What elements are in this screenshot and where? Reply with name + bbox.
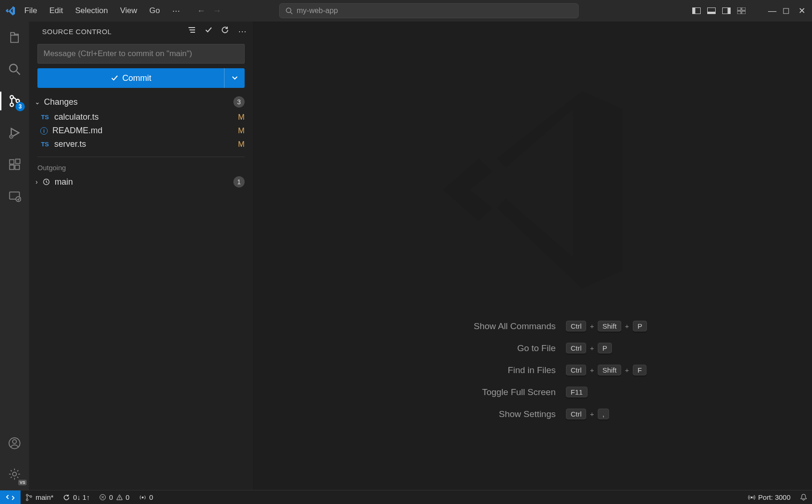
search-placeholder: my-web-app [297,7,338,15]
svg-point-13 [10,65,17,72]
shortcut-row: Go to FileCtrl+P [397,343,669,353]
activity-extensions-icon[interactable] [5,155,24,174]
svg-rect-5 [708,12,716,14]
key-cap: , [598,409,609,419]
shortcut-label: Show All Commands [397,321,556,331]
svg-point-38 [119,498,119,499]
status-branch[interactable]: main* [21,490,58,504]
svg-rect-10 [737,11,741,14]
activity-account-icon[interactable] [5,434,24,453]
svg-line-14 [17,72,20,75]
shortcut-row: Find in FilesCtrl+Shift+F [397,365,669,375]
modified-indicator: M [238,113,245,122]
chevron-right-icon: › [36,178,38,186]
ts-file-icon: TS [40,141,50,148]
status-port-forward[interactable]: Port: 3000 [743,493,795,501]
menu-go[interactable]: Go [145,4,165,17]
key-cap: Ctrl [566,365,586,375]
close-icon[interactable]: ✕ [796,6,808,16]
svg-rect-11 [742,11,746,14]
changed-file[interactable]: TS server.ts M [29,137,253,151]
commit-check-icon[interactable] [204,26,213,36]
sync-icon [63,494,70,501]
activity-settings-icon[interactable]: VS [5,465,24,483]
key-cap: Shift [598,321,621,331]
status-bar: main* 0↓ 1↑ 0 0 0 Port: 3000 [0,490,812,504]
svg-rect-7 [728,8,731,14]
shortcut-row: Show All CommandsCtrl+Shift+P [397,321,669,331]
more-actions-icon[interactable]: ⋯ [238,26,246,36]
layout-bottom-icon[interactable] [707,7,716,14]
svg-rect-22 [15,165,19,169]
outgoing-count-badge: 1 [233,176,245,187]
menu-more-icon[interactable]: ⋯ [167,4,185,18]
key-cap: P [633,321,647,331]
scm-badge: 3 [15,102,25,111]
changed-file[interactable]: TS calculator.ts M [29,110,253,124]
svg-rect-23 [15,159,20,163]
remote-indicator-icon[interactable] [0,490,21,504]
nav-back-icon[interactable]: ← [197,6,205,16]
key-cap: Ctrl [566,343,586,353]
shortcut-row: Toggle Full ScreenF11 [397,387,669,397]
shortcut-label: Show Settings [397,409,556,419]
activity-scm-icon[interactable]: 3 [5,92,24,110]
svg-point-0 [286,8,291,13]
svg-rect-12 [783,8,789,14]
shortcut-keys: Ctrl+, [566,409,669,419]
nav-forward-icon[interactable]: → [213,6,221,16]
modified-indicator: M [238,140,245,149]
key-cap: Shift [598,365,621,375]
refresh-icon[interactable] [221,26,230,36]
menu-view[interactable]: View [116,4,142,17]
changes-section[interactable]: ⌄ Changes 3 [29,94,253,110]
minimize-icon[interactable]: — [768,6,776,16]
maximize-icon[interactable] [783,8,789,14]
menu-file[interactable]: File [20,4,42,17]
svg-rect-8 [737,7,741,10]
radio-icon [139,494,146,501]
layout-right-icon[interactable] [722,7,731,14]
key-cap: P [598,343,612,353]
command-center-search[interactable]: my-web-app [279,3,579,18]
activity-remote-icon[interactable] [5,187,24,206]
commit-message-input[interactable]: Message (Ctrl+Enter to commit on "main") [37,44,245,64]
status-bell-icon[interactable] [795,493,812,501]
commit-dropdown-icon[interactable] [224,68,245,88]
customize-layout-icon[interactable] [737,7,746,14]
svg-rect-9 [742,7,746,10]
status-sync[interactable]: 0↓ 1↑ [58,490,94,504]
info-file-icon: i [40,127,48,135]
view-as-tree-icon[interactable] [188,26,196,36]
ts-file-icon: TS [40,114,50,121]
status-problems[interactable]: 0 0 [94,490,134,504]
changed-file[interactable]: i README.md M [29,124,253,137]
antenna-icon [748,494,755,501]
vscode-watermark-icon [420,78,645,302]
editor-area: Show All CommandsCtrl+Shift+PGo to FileC… [254,22,812,490]
layout-left-icon[interactable] [692,7,701,14]
activity-explorer-icon[interactable] [5,28,24,47]
svg-point-15 [10,95,14,99]
svg-point-25 [16,197,21,202]
svg-point-35 [30,496,32,497]
warning-icon [116,494,123,501]
svg-rect-3 [693,8,696,14]
outgoing-branch[interactable]: › main 1 [29,173,253,190]
activity-debug-icon[interactable] [5,123,24,142]
menu-edit[interactable]: Edit [44,4,67,17]
svg-point-34 [26,499,28,501]
status-ports[interactable]: 0 [134,490,158,504]
svg-point-19 [11,136,12,137]
svg-point-40 [751,497,753,498]
svg-rect-20 [10,160,14,164]
shortcut-label: Toggle Full Screen [397,387,556,397]
chevron-down-icon: ⌄ [35,98,40,106]
svg-point-28 [13,472,16,476]
sidebar-title: SOURCE CONTROL [42,28,112,36]
svg-line-1 [290,12,292,14]
commit-button[interactable]: Commit [37,68,224,88]
activity-search-icon[interactable] [5,60,24,79]
menu-selection[interactable]: Selection [71,4,113,17]
key-cap: F11 [566,387,587,397]
